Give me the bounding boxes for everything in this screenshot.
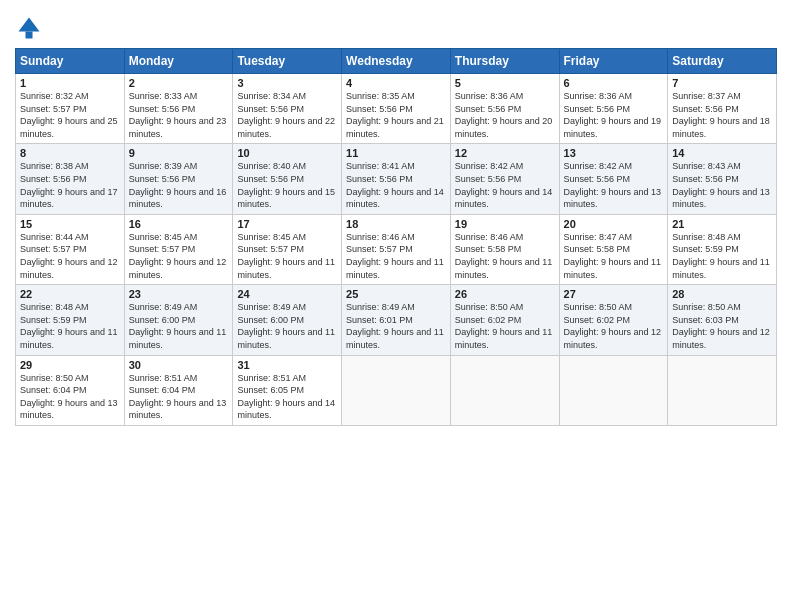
sunset-text: Sunset: 5:56 PM <box>346 174 413 184</box>
day-info: Sunrise: 8:45 AM Sunset: 5:57 PM Dayligh… <box>129 231 229 281</box>
daylight-text: Daylight: 9 hours and 14 minutes. <box>455 187 553 210</box>
daylight-text: Daylight: 9 hours and 11 minutes. <box>237 327 335 350</box>
day-number: 18 <box>346 218 446 230</box>
svg-rect-1 <box>26 32 33 39</box>
sunrise-text: Sunrise: 8:40 AM <box>237 161 306 171</box>
day-number: 19 <box>455 218 555 230</box>
day-number: 20 <box>564 218 664 230</box>
day-number: 4 <box>346 77 446 89</box>
sunset-text: Sunset: 5:56 PM <box>129 174 196 184</box>
daylight-text: Daylight: 9 hours and 21 minutes. <box>346 116 444 139</box>
calendar-day-cell: 4 Sunrise: 8:35 AM Sunset: 5:56 PM Dayli… <box>342 74 451 144</box>
calendar-day-cell: 28 Sunrise: 8:50 AM Sunset: 6:03 PM Dayl… <box>668 285 777 355</box>
daylight-text: Daylight: 9 hours and 17 minutes. <box>20 187 118 210</box>
calendar-day-cell: 30 Sunrise: 8:51 AM Sunset: 6:04 PM Dayl… <box>124 355 233 425</box>
daylight-text: Daylight: 9 hours and 16 minutes. <box>129 187 227 210</box>
daylight-text: Daylight: 9 hours and 11 minutes. <box>346 257 444 280</box>
day-info: Sunrise: 8:44 AM Sunset: 5:57 PM Dayligh… <box>20 231 120 281</box>
day-number: 3 <box>237 77 337 89</box>
sunrise-text: Sunrise: 8:50 AM <box>672 302 741 312</box>
day-info: Sunrise: 8:51 AM Sunset: 6:04 PM Dayligh… <box>129 372 229 422</box>
day-number: 12 <box>455 147 555 159</box>
day-number: 15 <box>20 218 120 230</box>
daylight-text: Daylight: 9 hours and 23 minutes. <box>129 116 227 139</box>
day-info: Sunrise: 8:50 AM Sunset: 6:02 PM Dayligh… <box>455 301 555 351</box>
daylight-text: Daylight: 9 hours and 19 minutes. <box>564 116 662 139</box>
day-info: Sunrise: 8:43 AM Sunset: 5:56 PM Dayligh… <box>672 160 772 210</box>
calendar-empty-cell <box>450 355 559 425</box>
day-info: Sunrise: 8:49 AM Sunset: 6:00 PM Dayligh… <box>129 301 229 351</box>
daylight-text: Daylight: 9 hours and 13 minutes. <box>672 187 770 210</box>
calendar-empty-cell <box>668 355 777 425</box>
day-number: 10 <box>237 147 337 159</box>
sunset-text: Sunset: 6:04 PM <box>20 385 87 395</box>
weekday-header-thursday: Thursday <box>450 49 559 74</box>
daylight-text: Daylight: 9 hours and 12 minutes. <box>564 327 662 350</box>
sunrise-text: Sunrise: 8:49 AM <box>129 302 198 312</box>
sunset-text: Sunset: 5:57 PM <box>129 244 196 254</box>
sunrise-text: Sunrise: 8:34 AM <box>237 91 306 101</box>
day-number: 27 <box>564 288 664 300</box>
day-info: Sunrise: 8:33 AM Sunset: 5:56 PM Dayligh… <box>129 90 229 140</box>
daylight-text: Daylight: 9 hours and 14 minutes. <box>237 398 335 421</box>
calendar-day-cell: 31 Sunrise: 8:51 AM Sunset: 6:05 PM Dayl… <box>233 355 342 425</box>
calendar-day-cell: 9 Sunrise: 8:39 AM Sunset: 5:56 PM Dayli… <box>124 144 233 214</box>
calendar-day-cell: 29 Sunrise: 8:50 AM Sunset: 6:04 PM Dayl… <box>16 355 125 425</box>
day-number: 5 <box>455 77 555 89</box>
calendar-day-cell: 24 Sunrise: 8:49 AM Sunset: 6:00 PM Dayl… <box>233 285 342 355</box>
calendar-table: SundayMondayTuesdayWednesdayThursdayFrid… <box>15 48 777 426</box>
calendar-day-cell: 21 Sunrise: 8:48 AM Sunset: 5:59 PM Dayl… <box>668 214 777 284</box>
daylight-text: Daylight: 9 hours and 12 minutes. <box>129 257 227 280</box>
day-info: Sunrise: 8:42 AM Sunset: 5:56 PM Dayligh… <box>455 160 555 210</box>
day-number: 14 <box>672 147 772 159</box>
calendar-empty-cell <box>559 355 668 425</box>
calendar-day-cell: 13 Sunrise: 8:42 AM Sunset: 5:56 PM Dayl… <box>559 144 668 214</box>
sunset-text: Sunset: 5:56 PM <box>455 104 522 114</box>
sunrise-text: Sunrise: 8:45 AM <box>237 232 306 242</box>
calendar-day-cell: 22 Sunrise: 8:48 AM Sunset: 5:59 PM Dayl… <box>16 285 125 355</box>
sunset-text: Sunset: 5:56 PM <box>672 104 739 114</box>
day-info: Sunrise: 8:48 AM Sunset: 5:59 PM Dayligh… <box>672 231 772 281</box>
sunrise-text: Sunrise: 8:35 AM <box>346 91 415 101</box>
day-info: Sunrise: 8:36 AM Sunset: 5:56 PM Dayligh… <box>455 90 555 140</box>
sunrise-text: Sunrise: 8:50 AM <box>20 373 89 383</box>
day-number: 24 <box>237 288 337 300</box>
day-number: 8 <box>20 147 120 159</box>
day-info: Sunrise: 8:51 AM Sunset: 6:05 PM Dayligh… <box>237 372 337 422</box>
sunrise-text: Sunrise: 8:41 AM <box>346 161 415 171</box>
sunrise-text: Sunrise: 8:47 AM <box>564 232 633 242</box>
sunset-text: Sunset: 5:56 PM <box>672 174 739 184</box>
logo <box>15 14 47 42</box>
sunset-text: Sunset: 5:56 PM <box>346 104 413 114</box>
daylight-text: Daylight: 9 hours and 11 minutes. <box>346 327 444 350</box>
sunset-text: Sunset: 5:56 PM <box>20 174 87 184</box>
sunset-text: Sunset: 5:59 PM <box>20 315 87 325</box>
sunrise-text: Sunrise: 8:42 AM <box>455 161 524 171</box>
calendar-week-row: 8 Sunrise: 8:38 AM Sunset: 5:56 PM Dayli… <box>16 144 777 214</box>
calendar-day-cell: 5 Sunrise: 8:36 AM Sunset: 5:56 PM Dayli… <box>450 74 559 144</box>
day-info: Sunrise: 8:49 AM Sunset: 6:01 PM Dayligh… <box>346 301 446 351</box>
sunset-text: Sunset: 5:59 PM <box>672 244 739 254</box>
day-info: Sunrise: 8:39 AM Sunset: 5:56 PM Dayligh… <box>129 160 229 210</box>
daylight-text: Daylight: 9 hours and 11 minutes. <box>455 327 553 350</box>
calendar-day-cell: 15 Sunrise: 8:44 AM Sunset: 5:57 PM Dayl… <box>16 214 125 284</box>
day-number: 25 <box>346 288 446 300</box>
sunrise-text: Sunrise: 8:50 AM <box>455 302 524 312</box>
sunset-text: Sunset: 5:57 PM <box>346 244 413 254</box>
daylight-text: Daylight: 9 hours and 11 minutes. <box>237 257 335 280</box>
weekday-header-friday: Friday <box>559 49 668 74</box>
calendar-day-cell: 20 Sunrise: 8:47 AM Sunset: 5:58 PM Dayl… <box>559 214 668 284</box>
calendar-header-row: SundayMondayTuesdayWednesdayThursdayFrid… <box>16 49 777 74</box>
sunset-text: Sunset: 5:56 PM <box>564 174 631 184</box>
day-number: 13 <box>564 147 664 159</box>
sunrise-text: Sunrise: 8:43 AM <box>672 161 741 171</box>
day-info: Sunrise: 8:41 AM Sunset: 5:56 PM Dayligh… <box>346 160 446 210</box>
sunset-text: Sunset: 5:56 PM <box>237 104 304 114</box>
sunrise-text: Sunrise: 8:49 AM <box>237 302 306 312</box>
day-info: Sunrise: 8:35 AM Sunset: 5:56 PM Dayligh… <box>346 90 446 140</box>
daylight-text: Daylight: 9 hours and 12 minutes. <box>672 327 770 350</box>
daylight-text: Daylight: 9 hours and 13 minutes. <box>129 398 227 421</box>
sunrise-text: Sunrise: 8:44 AM <box>20 232 89 242</box>
weekday-header-saturday: Saturday <box>668 49 777 74</box>
calendar-day-cell: 11 Sunrise: 8:41 AM Sunset: 5:56 PM Dayl… <box>342 144 451 214</box>
